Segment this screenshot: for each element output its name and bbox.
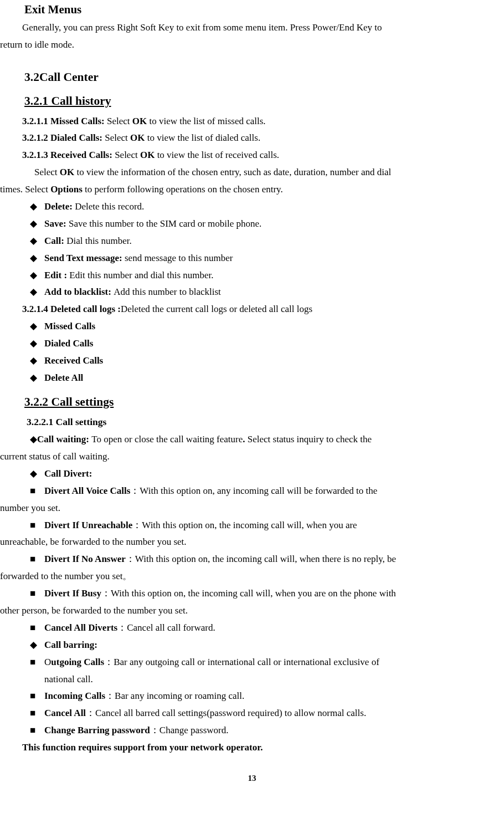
dn-t: With this option on, the incoming call w…: [135, 554, 396, 564]
bullet-call-barring: ◆ Call barring:: [30, 637, 504, 653]
diamond-icon: ◆: [30, 199, 44, 215]
og-colon: ：: [104, 657, 114, 667]
line-3-2-1-1: 3.2.1.1 Missed Calls: Select OK to view …: [22, 114, 504, 130]
du-cont: unreachable, be forwarded to the number …: [0, 534, 504, 550]
bullet-missed: ◆ Missed Calls: [30, 319, 504, 335]
og-t: Bar any outgoing call or international c…: [114, 657, 379, 667]
bullet-call-waiting: ◆ Call waiting: To open or close the cal…: [30, 432, 504, 448]
bullet-delete-all: ◆ Delete All: [30, 370, 504, 386]
dn-colon: ：: [126, 554, 135, 564]
op-delete-b: Delete:: [44, 201, 75, 212]
diamond-icon: ◆: [30, 353, 44, 369]
op-call-b: Call:: [44, 236, 66, 246]
in-colon: ：: [105, 691, 115, 701]
diamond-icon: ◆: [30, 466, 44, 482]
bullet-cancel-all: ■ Cancel All：Cancel all barred call sett…: [30, 705, 504, 722]
cw-t2: Select status inquiry to check the: [248, 434, 372, 444]
dv-colon: ：: [130, 485, 140, 496]
diamond-icon: ◆: [30, 370, 44, 386]
bullet-cancel-diverts: ■ Cancel All Diverts：Cancel all call for…: [30, 620, 504, 636]
db-colon: ：: [101, 588, 111, 599]
diamond-icon: ◆: [30, 250, 44, 267]
bullet-divert-noanswer: ■ Divert If No Answer：With this option o…: [30, 551, 504, 568]
bullet-divert-unreachable: ■ Divert If Unreachable：With this option…: [30, 518, 504, 534]
bullet-call: ◆ Call: Dial this number.: [30, 233, 504, 249]
cp-b: Change Barring password: [44, 725, 150, 735]
diamond-icon: ◆: [30, 284, 44, 300]
cd-colon: ：: [117, 622, 127, 633]
op-delete-t: Delete this record.: [75, 201, 144, 212]
bullet-delete: ◆ Delete: Delete this record.: [30, 199, 504, 215]
og-pre: O: [44, 657, 51, 667]
diamond-icon: ◆: [30, 432, 37, 448]
square-icon: ■: [30, 705, 44, 722]
op-blacklist-t: Add this number to blacklist: [114, 287, 221, 297]
du-t: With this option on, the incoming call w…: [142, 520, 357, 530]
txt-3-2-1-2-ok: OK: [130, 132, 145, 143]
para-exit-menus-1: Generally, you can press Right Soft Key …: [0, 20, 504, 36]
del-dialed: Dialed Calls: [44, 338, 93, 349]
diamond-icon: ◆: [30, 336, 44, 352]
dn-cont: forwarded to the number you set。: [0, 569, 504, 585]
bullet-received: ◆ Received Calls: [30, 353, 504, 369]
ca-b: Cancel All: [44, 708, 86, 718]
bullet-blacklist: ◆ Add to blacklist: Add this number to b…: [30, 284, 504, 300]
heading-3-2-2-1: 3.2.2.1 Call settings: [27, 414, 504, 431]
info-2-opt: Options: [50, 184, 83, 195]
label-3-2-1-4: 3.2.1.4 Deleted call logs :: [22, 304, 121, 314]
heading-3-2-2: 3.2.2 Call settings: [24, 392, 504, 412]
info-1a: Select: [34, 167, 60, 177]
line-3-2-1-3: 3.2.1.3 Received Calls: Select OK to vie…: [22, 147, 504, 163]
txt-3-2-1-1-ok: OK: [132, 116, 147, 126]
txt-3-2-1-3a: Select: [115, 150, 140, 160]
og-cont: national call.: [44, 672, 504, 688]
document-page: Exit Menus Generally, you can press Righ…: [0, 0, 504, 797]
line-3-2-1-2: 3.2.1.2 Dialed Calls: Select OK to view …: [22, 130, 504, 146]
txt-3-2-1-2b: to view the list of dialed calls.: [145, 132, 260, 143]
dv-b: Divert All Voice Calls: [44, 485, 130, 496]
square-icon: ■: [30, 655, 44, 671]
op-send-b: Send Text message:: [44, 253, 125, 263]
square-icon: ■: [30, 518, 44, 534]
cw-t1: To open or close the call waiting featur…: [91, 434, 243, 444]
db-cont: other person, be forwarded to the number…: [0, 603, 504, 619]
heading-exit-menus: Exit Menus: [24, 0, 504, 20]
op-blacklist-b: Add to blacklist:: [44, 287, 114, 297]
heading-3-2: 3.2Call Center: [24, 67, 504, 88]
cp-colon: ：: [150, 725, 160, 735]
square-icon: ■: [30, 620, 44, 636]
info-line-2: times. Select Options to perform followi…: [0, 182, 504, 198]
bullet-edit: ◆ Edit : Edit this number and dial this …: [30, 268, 504, 284]
txt-3-2-1-3b: to view the list of received calls.: [155, 150, 279, 160]
bullet-divert-busy: ■ Divert If Busy：With this option on, th…: [30, 586, 504, 602]
bullet-change-pw: ■ Change Barring password：Change passwor…: [30, 723, 504, 739]
du-b: Divert If Unreachable: [44, 520, 132, 530]
op-save-t: Save this number to the SIM card or mobi…: [69, 218, 261, 229]
info-1b: to view the information of the chosen en…: [74, 167, 391, 177]
bullet-outgoing: ■ Outgoing Calls：Bar any outgoing call o…: [30, 655, 504, 671]
info-2a: times. Select: [0, 184, 50, 195]
txt-3-2-1-4: Deleted the current call logs or deleted…: [121, 304, 312, 314]
label-3-2-1-3: 3.2.1.3 Received Calls:: [22, 150, 115, 160]
op-edit-t: Edit this number and dial this number.: [69, 270, 213, 280]
footer-note: This function requires support from your…: [22, 740, 504, 756]
diamond-icon: ◆: [30, 268, 44, 284]
dv-cont: number you set.: [0, 500, 504, 517]
db-b: Divert If Busy: [44, 588, 101, 599]
bullet-call-divert: ◆ Call Divert:: [30, 466, 504, 482]
square-icon: ■: [30, 688, 44, 704]
del-missed: Missed Calls: [44, 321, 95, 331]
info-2b: to perform following operations on the c…: [83, 184, 283, 195]
in-b: Incoming Calls: [44, 691, 105, 701]
op-edit-b: Edit :: [44, 270, 69, 280]
del-received: Received Calls: [44, 355, 103, 366]
cw-dot: .: [243, 434, 248, 444]
du-colon: ：: [132, 520, 142, 530]
ca-colon: ：: [86, 708, 95, 718]
op-send-t: send message to this number: [125, 253, 233, 263]
txt-3-2-1-1b: to view the list of missed calls.: [147, 116, 265, 126]
line-3-2-1-4: 3.2.1.4 Deleted call logs :Deleted the c…: [22, 301, 504, 318]
in-t: Bar any incoming or roaming call.: [115, 691, 244, 701]
heading-3-2-1: 3.2.1 Call history: [24, 91, 504, 111]
dv-t: With this option on, any incoming call w…: [140, 485, 377, 496]
